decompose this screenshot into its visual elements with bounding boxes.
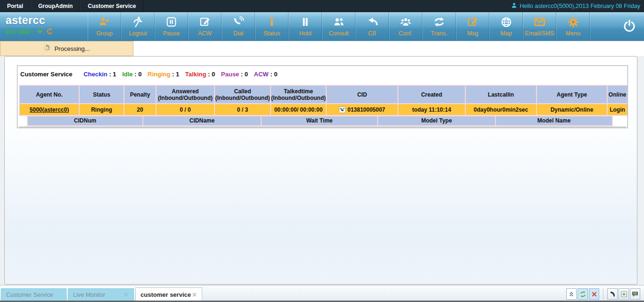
extension-info: Ext. 5000 : — [6, 28, 88, 36]
toolbar-label: Hold — [299, 30, 312, 37]
globe-icon — [500, 16, 512, 28]
toolbar-button-hold[interactable]: Hold — [289, 12, 322, 41]
incoming-call-icon — [339, 106, 346, 113]
col-header-cidname: CIDName — [143, 116, 261, 125]
close-tab-button[interactable] — [589, 288, 599, 300]
col-header-called: Called(Inbound/Outbound) — [215, 86, 270, 103]
add-document-button[interactable] — [619, 288, 629, 300]
brand-block: astercc Ext. 5000 : — [0, 12, 88, 41]
toolbar-button-map[interactable]: Map — [489, 12, 523, 41]
col-header-status: Status — [80, 86, 124, 103]
hangup-phone-button[interactable] — [607, 288, 618, 300]
toolbar-button-trans[interactable]: Trans. — [422, 12, 456, 41]
col-header-talkedtime: Talkedtime(Inbound/Outbound) — [271, 86, 326, 103]
cell-talkedtime: 00:00:00/ 00:00:00 — [271, 104, 326, 115]
col-header-online: Online — [608, 86, 627, 103]
group-icon — [98, 16, 111, 28]
agent-link[interactable]: 5000(astercc0) — [30, 106, 69, 113]
toolbar-button-cb[interactable]: CB — [355, 12, 389, 41]
cell-agent-no: 5000(astercc0) — [20, 104, 79, 115]
two-people-icon — [332, 16, 345, 28]
agents-table: Agent No. Status Penalty Answered(Inboun… — [19, 85, 628, 116]
nav-tab-groupadmin[interactable]: GroupAdmin — [31, 0, 80, 12]
chevron-down-icon[interactable] — [36, 29, 43, 35]
stat-idle: Idle : 0 — [122, 71, 141, 78]
bottom-tab-customer-service-active[interactable]: customer service — [135, 287, 202, 302]
double-chevron-up-button[interactable] — [566, 288, 577, 300]
cell-created: today 11:10:14 — [398, 104, 465, 115]
col-header-cid: CID — [327, 86, 397, 103]
acw-compose-icon — [199, 16, 211, 28]
hold-bars-icon — [299, 16, 311, 28]
toolbar-button-pause[interactable]: Pause — [155, 12, 188, 41]
cell-cid: 013810005007 — [327, 104, 397, 115]
compose-icon — [467, 16, 479, 28]
cell-lastcallin: 0day0hour0min2sec — [466, 104, 536, 115]
col-header-agent-type: Agent Type — [537, 86, 607, 103]
nav-tab-customer-service[interactable]: Customer Service — [80, 0, 143, 12]
cell-online[interactable]: Login — [608, 104, 627, 115]
toolbar-label: Email/SMS — [525, 30, 554, 37]
toolbar-label: Map — [500, 30, 512, 37]
toolbar-label: Status — [264, 30, 280, 37]
col-header-answered: Answered(Inbound/Outbound) — [157, 86, 214, 103]
toolbar-button-consult[interactable]: Consult — [322, 12, 355, 41]
toolbar-button-msg[interactable]: Msg — [456, 12, 489, 41]
refresh-tab-button[interactable] — [578, 288, 588, 300]
queue-panel: Customer Service Checkin : 1 Idle : 0 Ri… — [17, 65, 628, 128]
toolbar-button-email-sms[interactable]: Email/SMS — [523, 12, 556, 41]
toolbar-button-status[interactable]: Status — [255, 12, 289, 41]
envelope-icon — [533, 16, 546, 28]
power-zone — [590, 12, 644, 41]
toolbar-button-acw[interactable]: ACW — [188, 12, 222, 41]
transfer-arrows-icon — [433, 16, 446, 28]
back-arrow-icon — [366, 16, 379, 28]
power-icon[interactable] — [622, 19, 636, 35]
toolbar-button-menu[interactable]: Menu — [556, 12, 590, 41]
toolbar-button-dial[interactable]: Dial — [222, 12, 255, 41]
toolbar-label: Pause — [163, 30, 180, 37]
toolbar-label: Conf. — [399, 30, 413, 37]
toolbar-button-conf[interactable]: Conf. — [389, 12, 422, 41]
close-icon[interactable] — [124, 292, 129, 297]
close-icon[interactable] — [192, 292, 197, 297]
stat-pause: Pause : 0 — [221, 71, 248, 78]
bottom-tab-live-monitor[interactable]: Live Monitor — [68, 288, 134, 301]
stat-checkin: Checkin : 1 — [83, 71, 116, 78]
calls-table: CIDNum CIDName Wait Time Model Type Mode… — [27, 115, 613, 126]
col-header-model-type: Model Type — [378, 116, 495, 125]
toolbar-label: ACW — [198, 30, 212, 37]
panel-divider — [19, 127, 626, 127]
extension-label: Ext. 5000 : — [6, 29, 33, 35]
col-header-agent-no: Agent No. — [20, 86, 79, 103]
cell-status: Ringing — [80, 104, 124, 115]
toolbar-button-group[interactable]: Group — [88, 12, 121, 41]
bottom-tab-bar: Customer Service Live Monitor customer s… — [0, 285, 644, 302]
toolbar-button-logout[interactable]: Logout — [121, 12, 155, 41]
chat-bubble-button[interactable] — [630, 288, 640, 300]
queue-stats: Customer Service Checkin : 1 Idle : 0 Ri… — [20, 71, 281, 78]
col-header-penalty: Penalty — [124, 86, 156, 103]
col-header-lastcallin: Lastcallin — [466, 86, 536, 103]
stat-acw: ACW : 0 — [254, 71, 278, 78]
agent-toolbar: astercc Ext. 5000 : Group Logout Pause A… — [0, 12, 644, 41]
info-icon — [266, 16, 278, 28]
toolbar-label: CB — [368, 30, 376, 37]
toolbar-label: Consult — [329, 30, 348, 37]
toolbar-label: Msg — [467, 30, 479, 37]
queue-title: Customer Service — [20, 71, 73, 78]
processing-indicator: Processing... — [0, 41, 133, 56]
stat-ringing: Ringing : 1 — [148, 71, 179, 78]
agents-header-row: Agent No. Status Penalty Answered(Inboun… — [20, 86, 627, 103]
cell-called: 0 / 3 — [215, 104, 270, 115]
nav-tab-portal[interactable]: Portal — [0, 0, 31, 12]
col-header-cidnum: CIDNum — [28, 116, 142, 125]
cell-answered: 0 / 0 — [157, 104, 214, 115]
cell-agent-type: Dynamic/Online — [537, 104, 607, 115]
user-greeting: Hello astercc0(5000),2013 February 08 Fr… — [511, 0, 644, 12]
user-icon — [511, 2, 517, 10]
bottom-tab-customer-service[interactable]: Customer Service — [1, 288, 66, 301]
refresh-icon[interactable] — [46, 28, 53, 36]
greeting-text: Hello astercc0(5000),2013 February 08 Fr… — [520, 3, 640, 9]
top-nav: Portal GroupAdmin Customer Service Hello… — [0, 0, 644, 12]
